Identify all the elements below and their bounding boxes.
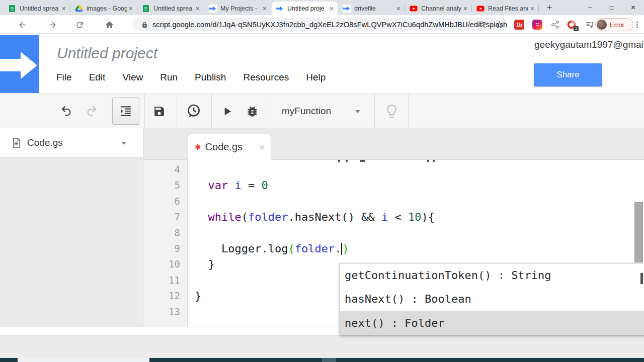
onetab-extension-icon[interactable]: 1 <box>567 20 577 30</box>
logo-arrow-head <box>21 52 37 79</box>
url-text[interactable]: script.google.com/d/1JqA-qSN5UyKXJ3fn2cb… <box>152 21 507 29</box>
code-token: ( <box>242 211 248 223</box>
browser-tab-6[interactable]: drivefile× <box>339 2 405 15</box>
tab-close-icon[interactable]: × <box>463 5 467 13</box>
save-button[interactable] <box>149 101 169 121</box>
share-button[interactable]: Share <box>534 63 602 86</box>
window-maximize-button[interactable]: □ <box>601 0 622 15</box>
code-line-8[interactable] <box>188 225 644 241</box>
code-token: 10 <box>408 211 422 223</box>
autocomplete-item-3[interactable]: next() : Folder <box>340 311 644 335</box>
code-token: folder <box>248 211 288 223</box>
bookmark-star-icon[interactable] <box>493 19 505 31</box>
code-token <box>228 179 234 192</box>
function-select[interactable]: myFunction <box>275 101 370 121</box>
indent-button[interactable] <box>112 98 139 125</box>
home-icon[interactable] <box>103 19 115 31</box>
code-token: } <box>208 258 214 270</box>
code-line-7[interactable]: while(folder.hasNext() && i < 10){ <box>188 209 644 225</box>
window-minimize-button[interactable]: ─ <box>579 0 601 15</box>
menu-view[interactable]: View <box>122 72 143 83</box>
gutter-line-number-13: 13 <box>143 304 180 320</box>
menu-resources[interactable]: Resources <box>243 72 289 83</box>
toolbar-separator <box>110 94 110 128</box>
chevron-down-icon[interactable] <box>121 142 126 145</box>
adblock-extension-icon[interactable]: 1b <box>514 20 524 30</box>
function-select-value: myFunction <box>282 106 331 117</box>
window-close-button[interactable]: ✕ <box>622 0 644 15</box>
tab-close-icon[interactable]: × <box>530 5 534 13</box>
triggers-clock-button[interactable] <box>184 101 204 121</box>
profile-error-chip[interactable]: Error <box>595 18 633 31</box>
bottom-panel <box>0 335 644 358</box>
run-button[interactable] <box>217 101 237 121</box>
media-list-icon[interactable] <box>584 19 596 31</box>
tab-close-icon[interactable]: × <box>62 5 66 13</box>
menu-help[interactable]: Help <box>306 72 326 83</box>
menu-file[interactable]: File <box>56 72 72 83</box>
tab-close-icon[interactable]: × <box>263 5 267 13</box>
code-line-4[interactable] <box>188 162 644 177</box>
profile-avatar <box>597 20 607 30</box>
menu-edit[interactable]: Edit <box>89 72 106 83</box>
editor-scrollbar-thumb[interactable] <box>634 202 643 262</box>
logo-arrow-tail <box>0 59 21 71</box>
editor-tab-code-gs[interactable]: ✱ Code.gs × <box>188 134 271 160</box>
share-molecule-extension-icon[interactable] <box>550 20 560 30</box>
tab-title: Read Files and <box>488 5 528 12</box>
code-line-6[interactable] <box>188 194 644 209</box>
taskbar[interactable] <box>0 358 644 362</box>
clipped-code-fragment <box>360 160 365 162</box>
undo-button[interactable] <box>56 101 76 121</box>
address-bar[interactable]: script.google.com/d/1JqA-qSN5UyKXJ3fn2cb… <box>132 18 507 31</box>
browser-tab-2[interactable]: images - Goog× <box>71 2 137 15</box>
browser-tab-8[interactable]: Read Files and× <box>472 2 538 15</box>
gutter-line-number-5: 5 <box>143 177 180 193</box>
browser-tab-4[interactable]: My Projects -× <box>205 2 271 15</box>
menu-publish[interactable]: Publish <box>195 72 226 83</box>
code-line-5[interactable]: var i = 0 <box>188 177 644 193</box>
browser-tab-3[interactable]: Untitled sprea× <box>138 2 204 15</box>
browser-menu-kebab-icon[interactable] <box>631 19 643 31</box>
smiley-extension-icon[interactable] <box>532 20 542 30</box>
menu-run[interactable]: Run <box>160 72 178 83</box>
adblock-extension-label: 1b <box>516 22 522 28</box>
toolbar-separator <box>211 94 212 128</box>
back-icon[interactable] <box>16 19 28 31</box>
new-tab-button[interactable]: + <box>543 2 555 14</box>
autocomplete-item-1[interactable]: getContinuationToken() : String <box>340 263 644 287</box>
tab-close-icon[interactable]: × <box>196 5 200 13</box>
editor-tab-close-icon[interactable]: × <box>259 141 265 153</box>
taskbar-app-segment <box>322 358 336 362</box>
autocomplete-scrollbar-thumb[interactable] <box>640 273 643 284</box>
code-token: i <box>381 211 388 223</box>
redo-button[interactable] <box>82 101 102 121</box>
code-token: i <box>234 179 241 192</box>
browser-tab-1[interactable]: Untitled sprea× <box>4 2 70 15</box>
tab-close-icon[interactable]: × <box>129 5 133 13</box>
browser-tab-7[interactable]: Channel analy× <box>406 2 471 15</box>
unsaved-asterisk-icon: ✱ <box>195 143 201 152</box>
tab-close-icon[interactable]: × <box>330 5 334 13</box>
project-title[interactable]: Untitled project <box>57 45 157 62</box>
refresh-icon[interactable] <box>73 19 86 31</box>
forward-icon[interactable] <box>46 19 58 31</box>
code-token: ( <box>288 242 294 255</box>
sidebar-item-code-gs[interactable]: Code.gs <box>0 128 143 158</box>
zoom-icon[interactable] <box>476 19 488 31</box>
tab-title: Untitled proje <box>287 5 328 12</box>
sheets-favicon <box>142 5 150 13</box>
tab-close-icon[interactable]: × <box>396 5 400 13</box>
tab-title: Channel analy <box>421 5 461 12</box>
code-token: Logger.log <box>221 242 288 255</box>
debug-bug-button[interactable] <box>242 101 262 121</box>
drive-favicon <box>75 5 83 13</box>
code-line-9[interactable]: Logger.log(folder.) <box>188 241 644 256</box>
toolbar-divider <box>582 20 582 30</box>
code-token: while <box>208 211 241 223</box>
code-token: ) <box>342 242 349 255</box>
hints-lightbulb-button[interactable] <box>381 101 401 121</box>
code-token: var <box>208 179 228 192</box>
autocomplete-item-2[interactable]: hasNext() : Boolean <box>340 287 644 311</box>
browser-tab-5[interactable]: Untitled proje× <box>272 2 338 15</box>
